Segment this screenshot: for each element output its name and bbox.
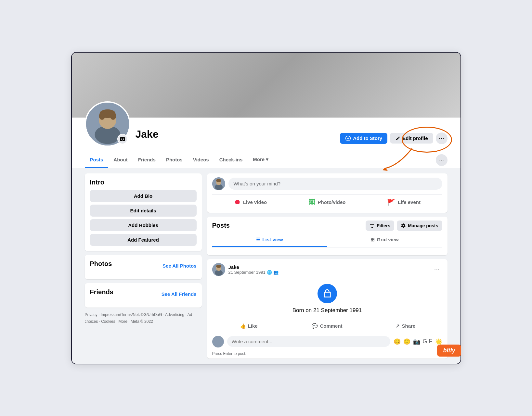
post-actions: 👍 Like 💬 Comment ↗ Share (207, 319, 448, 333)
comment-icon: 💬 (312, 323, 318, 329)
photos-section-header: Photos See All Photos (90, 260, 197, 271)
right-column: What's on your mind? ⏺ Live video 🖼 Phot… (207, 173, 448, 359)
tab-more[interactable]: More ▾ (249, 153, 272, 167)
tab-videos[interactable]: Videos (188, 152, 214, 168)
sticker-icon[interactable]: 🌟 (435, 338, 442, 345)
camera-icon-badge[interactable] (117, 134, 128, 144)
birthday-icon (318, 284, 337, 303)
composer-avatar (212, 177, 225, 190)
comment-avatar (212, 336, 224, 347)
add-bio-button[interactable]: Add Bio (90, 190, 197, 202)
tab-checkins[interactable]: Check-ins (214, 152, 248, 168)
composer-top: What's on your mind? (212, 177, 442, 190)
add-hobbies-button[interactable]: Add Hobbies (90, 219, 197, 231)
tab-posts[interactable]: Posts (85, 152, 109, 168)
view-tabs: ☰ List view ⊞ Grid view (212, 233, 442, 247)
composer-actions: ⏺ Live video 🖼 Photo/video 🚩 Life event (212, 194, 442, 209)
live-video-button[interactable]: ⏺ Live video (212, 196, 289, 209)
emoji-icon[interactable]: 😊 (394, 338, 401, 345)
posts-section: Posts Filters Manage posts (207, 217, 448, 255)
nav-more-dots-button[interactable]: ··· (436, 154, 448, 166)
svg-point-13 (216, 179, 221, 182)
tab-photos[interactable]: Photos (161, 152, 188, 168)
main-content: Intro Add Bio Edit details Add Hobbies A… (72, 168, 461, 364)
press-enter-hint: Press Enter to post. (207, 350, 448, 359)
post-body: Born on 21 September 1991 (207, 279, 448, 319)
photos-card: Photos See All Photos (85, 255, 202, 279)
grid-view-icon: ⊞ (370, 237, 375, 243)
comment-button[interactable]: 💬 Comment (288, 321, 366, 332)
photos-title: Photos (90, 260, 112, 268)
life-event-label: Life event (398, 199, 421, 205)
tab-about[interactable]: About (108, 152, 133, 168)
profile-nav: Posts About Friends Photos Videos Check-… (85, 152, 448, 168)
svg-point-17 (216, 265, 221, 268)
emoji2-icon[interactable]: 🙂 (403, 338, 410, 345)
left-column: Intro Add Bio Edit details Add Hobbies A… (85, 173, 202, 359)
friends-title: Friends (90, 288, 113, 296)
share-icon: ↗ (396, 323, 400, 329)
comment-box: 😊 🙂 📷 GIF 🌟 (207, 333, 448, 350)
avatar-wrapper (85, 101, 130, 147)
see-all-friends-link[interactable]: See All Friends (162, 291, 197, 297)
globe-icon: 🌐 (267, 270, 272, 275)
bitly-badge: bitly (437, 345, 461, 357)
more-options-button[interactable]: ··· (436, 132, 448, 144)
friends-card: Friends See All Friends (85, 283, 202, 308)
post-author: Jake (228, 264, 432, 270)
grid-view-tab[interactable]: ⊞ Grid view (327, 233, 442, 247)
svg-point-4 (99, 112, 105, 120)
post-header: Jake 21 September 1991 🌐 👥 ··· (207, 259, 448, 279)
list-view-icon: ☰ (256, 237, 260, 243)
life-event-button[interactable]: 🚩 Life event (366, 196, 442, 209)
add-featured-button[interactable]: Add Featured (90, 234, 197, 246)
profile-actions: Add to Story Edit profile ··· (340, 132, 447, 147)
share-button[interactable]: ↗ Share (366, 321, 445, 332)
live-video-icon: ⏺ (234, 198, 240, 206)
manage-posts-button[interactable]: Manage posts (397, 221, 442, 231)
tab-friends[interactable]: Friends (133, 152, 161, 168)
like-icon: 👍 (240, 323, 246, 329)
profile-name: Jake (136, 128, 340, 143)
profile-header: Jake Add to Story Edit profile (72, 118, 461, 168)
post-date: 21 September 1991 🌐 👥 (228, 270, 432, 275)
post-avatar (212, 263, 225, 276)
post-text: Born on 21 September 1991 (292, 307, 362, 314)
edit-details-button[interactable]: Edit details (90, 205, 197, 217)
post-meta: Jake 21 September 1991 🌐 👥 (228, 264, 432, 275)
posts-header: Posts Filters Manage posts (212, 221, 442, 231)
post-more-button[interactable]: ··· (432, 264, 442, 274)
filters-button[interactable]: Filters (366, 221, 394, 231)
comment-input[interactable] (227, 336, 390, 347)
live-video-label: Live video (243, 199, 267, 205)
list-view-tab[interactable]: ☰ List view (212, 233, 327, 247)
photo-video-button[interactable]: 🖼 Photo/video (289, 196, 366, 209)
composer-input[interactable]: What's on your mind? (228, 178, 442, 190)
posts-actions: Filters Manage posts (366, 221, 442, 231)
svg-point-5 (110, 112, 116, 120)
friends-icon: 👥 (273, 270, 279, 275)
life-event-icon: 🚩 (387, 198, 395, 206)
like-button[interactable]: 👍 Like (210, 321, 288, 332)
see-all-photos-link[interactable]: See All Photos (162, 263, 196, 269)
photo-video-icon: 🖼 (309, 198, 315, 206)
edit-profile-button[interactable]: Edit profile (390, 133, 433, 144)
comment-emoji-row: 😊 🙂 📷 GIF 🌟 (394, 338, 442, 345)
add-to-story-button[interactable]: Add to Story (340, 133, 387, 144)
photo-video-label: Photo/video (318, 199, 346, 205)
intro-title: Intro (90, 179, 197, 186)
intro-card: Intro Add Bio Edit details Add Hobbies A… (85, 173, 202, 251)
friends-section-header: Friends See All Friends (90, 288, 197, 300)
post-card: Jake 21 September 1991 🌐 👥 ··· (207, 259, 448, 359)
posts-title: Posts (212, 222, 230, 229)
profile-top: Jake Add to Story Edit profile (85, 118, 448, 152)
footer-links: Privacy · Impressum/Terms/NetzDG/UrhDaG … (85, 311, 202, 325)
gif-icon[interactable]: GIF (423, 338, 433, 345)
camera2-icon[interactable]: 📷 (413, 338, 420, 345)
post-composer: What's on your mind? ⏺ Live video 🖼 Phot… (207, 173, 448, 213)
